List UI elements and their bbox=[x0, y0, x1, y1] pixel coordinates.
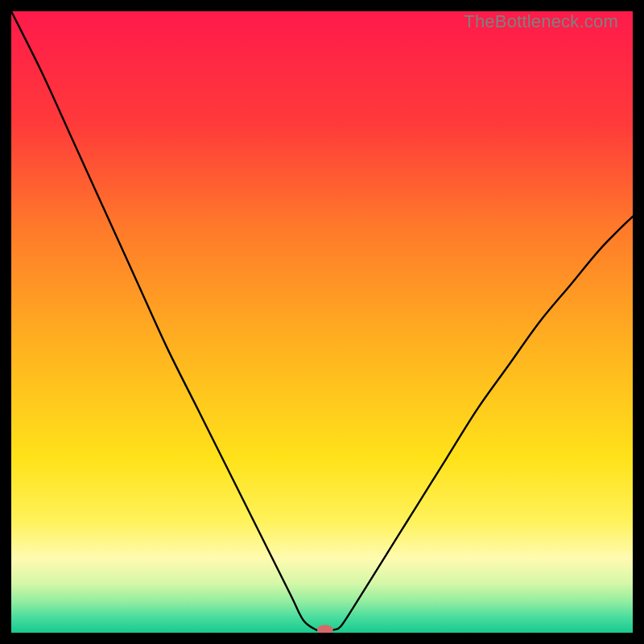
chart-frame: TheBottleneck.com bbox=[11, 11, 633, 633]
bottleneck-chart bbox=[11, 11, 633, 633]
watermark-text: TheBottleneck.com bbox=[464, 11, 618, 32]
